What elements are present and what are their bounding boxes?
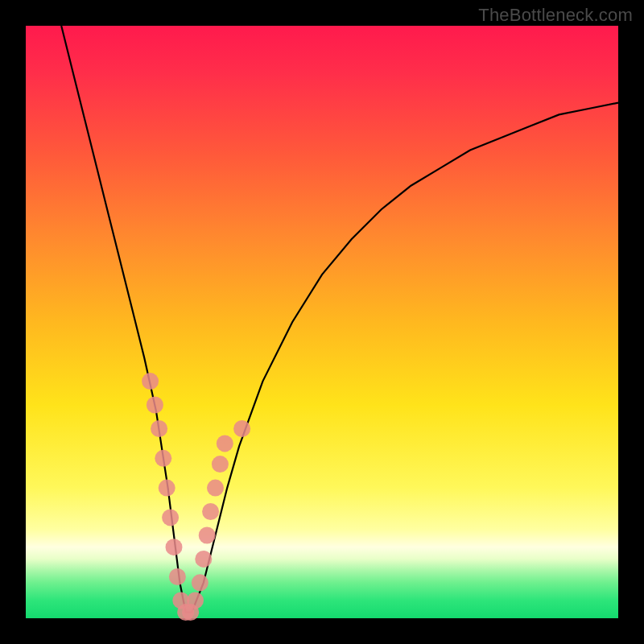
chart-frame: TheBottleneck.com [0,0,644,644]
marker-point [142,373,159,390]
marker-point [207,480,224,497]
marker-point [166,539,183,555]
chart-svg [26,26,618,618]
marker-point [195,551,212,568]
marker-point [155,450,171,467]
marker-point [147,397,163,414]
marker-point [202,503,219,520]
watermark-text: TheBottleneck.com [478,5,633,26]
marker-point [159,480,175,497]
marker-point [217,435,233,452]
marker-point [199,527,216,544]
marker-point [162,509,179,526]
marker-point [192,574,208,591]
marker-point [187,592,204,609]
marker-point [233,420,250,437]
marker-point [151,420,167,437]
plot-area [26,26,618,618]
marker-point [212,456,229,473]
bottleneck-curve [61,26,618,613]
highlight-markers [142,373,250,621]
marker-point [169,568,186,585]
